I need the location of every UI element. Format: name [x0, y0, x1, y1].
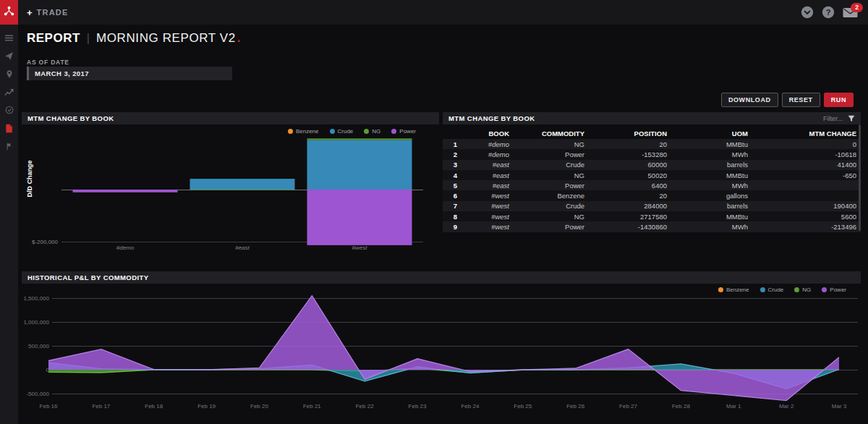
table-row[interactable]: 1#demoNG20MMBtu0: [443, 139, 861, 149]
legend-item-crude[interactable]: Crude: [330, 128, 354, 135]
cell-position: 20: [589, 192, 671, 200]
column-header-position[interactable]: POSITION: [589, 130, 671, 137]
mail-icon[interactable]: 2: [843, 7, 858, 18]
table-row[interactable]: 7#westCrude284000barrels190400: [443, 201, 861, 211]
as-of-date-input[interactable]: MARCH 3, 2017: [27, 67, 232, 80]
report-name: MORNING REPORT V2: [96, 31, 236, 46]
area-series-power[interactable]: [48, 296, 839, 401]
cell-position: 6400: [589, 182, 671, 190]
table-scrollbar[interactable]: [859, 124, 861, 231]
legend-item-crude[interactable]: Crude: [760, 287, 784, 293]
area-chart-legend: BenzeneCrudeNGPower: [22, 285, 861, 294]
run-button[interactable]: RUN: [824, 93, 854, 107]
column-header-uom[interactable]: UOM: [671, 130, 752, 137]
table-row[interactable]: 3#eastCrude60000barrels41400: [443, 160, 861, 170]
mtm-change-bar-chart[interactable]: $-200,000#demo#east#westD/D Change: [22, 135, 439, 257]
bar-west-crude[interactable]: [307, 140, 412, 190]
area-y-tick-label: 500,000: [28, 343, 49, 349]
historical-pnl-area-chart[interactable]: 1,500,0001,000,000500,0000-500,000: [22, 294, 861, 402]
cell-book: #west: [461, 223, 514, 231]
area-x-tick-label: Feb 20: [250, 403, 268, 410]
legend-label: Crude: [338, 128, 354, 135]
cell-row-number: 2: [443, 150, 461, 158]
bar-west-ng[interactable]: [307, 138, 412, 140]
area-x-tick-label: Feb 26: [566, 403, 584, 410]
legend-label: Benzene: [726, 287, 749, 293]
bar-east-crude[interactable]: [190, 179, 295, 190]
reset-button[interactable]: RESET: [782, 93, 820, 107]
topbar-icon-group: ? 2: [801, 6, 868, 19]
cell-uom: MMBtu: [671, 171, 752, 179]
menu-icon[interactable]: [4, 33, 14, 43]
table-row[interactable]: 9#westPower-1430860MWh-213496: [443, 221, 861, 232]
trend-chart-icon[interactable]: [4, 87, 14, 97]
report-name-red-dot: .: [237, 31, 241, 46]
table-row[interactable]: 4#eastNG50020MMBtu-650: [443, 170, 861, 180]
cell-mtm-change: 41400: [752, 161, 861, 169]
area-y-tick-label: -500,000: [26, 391, 49, 397]
bar-category-label: #east: [235, 245, 250, 251]
area-x-tick-label: Feb 28: [672, 403, 690, 410]
bar-chart-legend: BenzeneCrudeNGPower: [22, 127, 439, 135]
area-x-tick-label: Feb 23: [409, 403, 427, 410]
cell-uom: MMBtu: [671, 213, 752, 221]
help-circle-icon[interactable]: ?: [822, 6, 835, 19]
table-filter-input[interactable]: [804, 114, 844, 123]
historical-pnl-panel: HISTORICAL P&L BY COMMODITY BenzeneCrude…: [22, 271, 861, 424]
cell-commodity: Benzene: [514, 192, 589, 200]
bar-east-ng[interactable]: [190, 190, 295, 190]
cell-position: 60000: [589, 161, 671, 169]
filter-funnel-icon[interactable]: [848, 115, 855, 122]
cell-row-number: 5: [443, 182, 461, 190]
cell-mtm-change: -213496: [752, 223, 861, 231]
legend-item-ng[interactable]: NG: [794, 287, 811, 293]
cell-commodity: Power: [514, 150, 589, 158]
cell-commodity: NG: [514, 140, 589, 148]
table-row[interactable]: 5#eastPower6400MWh: [443, 180, 861, 190]
bar-west-power[interactable]: [307, 190, 412, 245]
molecule-logo-icon: [2, 4, 16, 21]
area-x-tick-label: Mar 2: [779, 403, 793, 410]
cell-position: 50020: [589, 171, 671, 179]
sidebar: [0, 25, 18, 424]
area-y-tick-label: 1,500,000: [23, 295, 49, 302]
cell-position: -153280: [589, 150, 671, 158]
column-header-mtm-change[interactable]: MTM CHANGE: [752, 130, 861, 137]
legend-item-power[interactable]: Power: [391, 128, 416, 135]
chevron-down-circle-icon[interactable]: [801, 6, 814, 19]
bar-demo-power[interactable]: [73, 190, 178, 192]
table-panel-title: MTM CHANGE BY BOOK: [448, 114, 535, 122]
area-x-tick-label: Feb 27: [619, 403, 637, 410]
cell-book: #east: [461, 161, 514, 169]
download-button[interactable]: DOWNLOAD: [721, 93, 778, 107]
table-row[interactable]: 8#westNG2717580MMBtu5600: [443, 211, 861, 221]
crude-legend-dot: [330, 129, 335, 134]
cell-row-number: 8: [443, 213, 461, 221]
area-chart-x-axis: Feb 16Feb 17Feb 18Feb 19Feb 20Feb 21Feb …: [22, 403, 861, 412]
report-file-icon[interactable]: [4, 123, 14, 133]
send-icon[interactable]: [4, 51, 14, 61]
check-circle-icon[interactable]: [4, 105, 14, 115]
legend-item-ng[interactable]: NG: [364, 128, 380, 135]
area-x-tick-label: Feb 21: [303, 403, 321, 410]
table-row[interactable]: 6#westBenzene20gallons: [443, 190, 861, 200]
legend-item-benzene[interactable]: Benzene: [288, 128, 319, 135]
column-header-book[interactable]: BOOK: [461, 130, 514, 137]
cell-commodity: NG: [514, 213, 589, 221]
flag-icon[interactable]: [4, 141, 14, 151]
column-header-commodity[interactable]: COMMODITY: [514, 130, 589, 137]
cell-book: #east: [461, 182, 514, 190]
legend-label: Power: [830, 287, 846, 293]
table-row[interactable]: 2#demoPower-153280MWh-10618: [443, 149, 861, 159]
plus-icon: +: [27, 8, 33, 17]
new-trade-button[interactable]: + TRADE: [27, 8, 68, 17]
legend-item-power[interactable]: Power: [822, 287, 846, 293]
app-logo[interactable]: [0, 0, 18, 25]
location-pin-icon[interactable]: [4, 69, 14, 79]
cell-row-number: 3: [443, 161, 461, 169]
legend-item-benzene[interactable]: Benzene: [718, 287, 749, 293]
area-x-tick-label: Feb 25: [514, 403, 532, 410]
cell-commodity: Power: [514, 223, 589, 231]
cell-uom: MWh: [671, 150, 752, 158]
cell-uom: barrels: [671, 161, 752, 169]
